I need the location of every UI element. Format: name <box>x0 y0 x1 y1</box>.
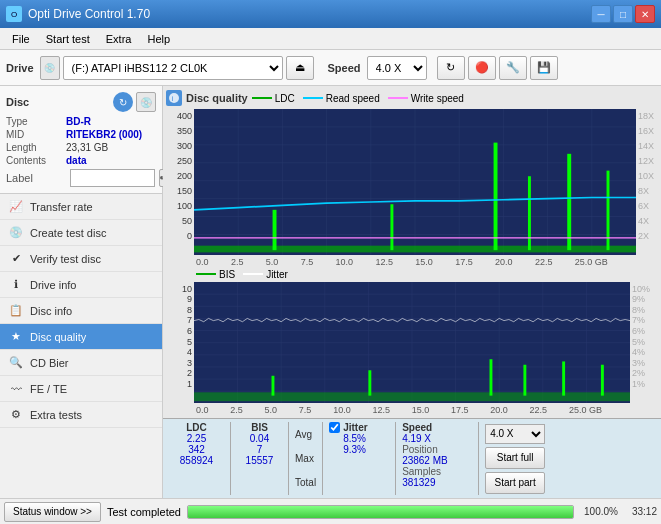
cd-bier-icon: 🔍 <box>8 355 24 371</box>
nav-transfer-rate-label: Transfer rate <box>30 201 93 213</box>
bis-legend: BIS Jitter <box>166 269 658 280</box>
bis-total: 15557 <box>246 455 274 466</box>
ldc-total: 858924 <box>180 455 213 466</box>
ldc-stats-header: LDC <box>186 422 207 433</box>
fe-te-icon: 〰 <box>8 381 24 397</box>
nav-disc-info-label: Disc info <box>30 305 72 317</box>
save-button[interactable]: 💾 <box>530 56 558 80</box>
type-value: BD-R <box>66 116 91 127</box>
legend-jitter-color <box>243 273 263 275</box>
disc-contents-row: Contents data <box>6 155 156 166</box>
nav-drive-info[interactable]: ℹ Drive info <box>0 272 162 298</box>
contents-key: Contents <box>6 155 66 166</box>
menu-start-test[interactable]: Start test <box>38 31 98 47</box>
drive-select[interactable]: (F:) ATAPI iHBS112 2 CL0K <box>63 56 283 80</box>
speed-label: Speed <box>402 422 472 433</box>
nav-drive-info-label: Drive info <box>30 279 76 291</box>
disc-info-icon: 📋 <box>8 303 24 319</box>
svg-rect-22 <box>528 176 531 250</box>
nav-cd-bier[interactable]: 🔍 CD Bier <box>0 350 162 376</box>
speed-label: Speed <box>328 62 361 74</box>
nav-fe-te-label: FE / TE <box>30 383 67 395</box>
type-key: Type <box>6 116 66 127</box>
title-bar: O Opti Drive Control 1.70 ─ □ ✕ <box>0 0 661 28</box>
stats-divider-1 <box>230 422 231 495</box>
menu-file[interactable]: File <box>4 31 38 47</box>
nav-extra-tests[interactable]: ⚙ Extra tests <box>0 402 162 428</box>
maximize-button[interactable]: □ <box>613 5 633 23</box>
app-icon: O <box>6 6 22 22</box>
nav-cd-bier-label: CD Bier <box>30 357 69 369</box>
nav-disc-info[interactable]: 📋 Disc info <box>0 298 162 324</box>
jitter-stats: Jitter 8.5% 9.3% <box>329 422 389 495</box>
jitter-checkbox[interactable] <box>329 422 340 433</box>
menu-help[interactable]: Help <box>139 31 178 47</box>
disc-mid-row: MID RITEKBR2 (000) <box>6 129 156 140</box>
legend-read-speed-label: Read speed <box>326 93 380 104</box>
disc-refresh-icon[interactable]: ↻ <box>113 92 133 112</box>
speed-control-col: 4.0 X Start full Start part <box>485 422 545 495</box>
speed-select[interactable]: 4.0 X <box>367 56 427 80</box>
status-window-button[interactable]: Status window >> <box>4 502 101 522</box>
label-key: Label <box>6 172 66 184</box>
legend-bis-color <box>196 273 216 275</box>
jitter-header-row: Jitter <box>329 422 389 433</box>
disc-quality-header: i Disc quality LDC Read speed Write spee… <box>166 89 658 107</box>
drive-label: Drive <box>6 62 34 74</box>
svg-point-0 <box>169 93 179 103</box>
legend-read-speed: Read speed <box>303 93 380 104</box>
samples-label: Samples <box>402 466 472 477</box>
stats-divider-5 <box>478 422 479 495</box>
transfer-rate-icon: 📈 <box>8 199 24 215</box>
eject-button[interactable]: ⏏ <box>286 56 314 80</box>
chart-legend: LDC Read speed Write speed <box>252 93 464 104</box>
nav-list: 📈 Transfer rate 💿 Create test disc ✔ Ver… <box>0 194 162 498</box>
close-button[interactable]: ✕ <box>635 5 655 23</box>
disc-length-row: Length 23,31 GB <box>6 142 156 153</box>
chart-title-icon: i <box>166 90 182 106</box>
status-text: Test completed <box>107 506 181 518</box>
nav-transfer-rate[interactable]: 📈 Transfer rate <box>0 194 162 220</box>
settings-button[interactable]: 🔧 <box>499 56 527 80</box>
nav-disc-quality[interactable]: ★ Disc quality <box>0 324 162 350</box>
bis-max: 7 <box>257 444 263 455</box>
create-test-disc-icon: 💿 <box>8 225 24 241</box>
ldc-avg: 2.25 <box>187 433 206 444</box>
svg-rect-19 <box>273 210 277 250</box>
bis-stats: BIS 0.04 7 15557 <box>237 422 282 495</box>
menu-extra[interactable]: Extra <box>98 31 140 47</box>
verify-test-disc-icon: ✔ <box>8 251 24 267</box>
bis-x-axis: 0.02.55.07.510.012.515.017.520.022.525.0… <box>196 405 602 415</box>
svg-rect-46 <box>490 359 493 395</box>
legend-bis: BIS <box>196 269 235 280</box>
disc-quality-icon: ★ <box>8 329 24 345</box>
label-row: Label ✏ <box>6 169 156 187</box>
refresh-button[interactable]: ↻ <box>437 56 465 80</box>
speed-avg: 4.19 X <box>402 433 472 444</box>
bis-chart-container: 10987654321 <box>166 282 658 403</box>
start-part-button[interactable]: Start part <box>485 472 545 494</box>
nav-create-test-disc[interactable]: 💿 Create test disc <box>0 220 162 246</box>
nav-verify-test-disc[interactable]: ✔ Verify test disc <box>0 246 162 272</box>
nav-fe-te[interactable]: 〰 FE / TE <box>0 376 162 402</box>
progress-percent: 100.0% <box>584 506 618 517</box>
drive-info-icon: ℹ <box>8 277 24 293</box>
speed-dropdown[interactable]: 4.0 X <box>485 424 545 444</box>
samples-value: 381329 <box>402 477 472 488</box>
svg-rect-47 <box>523 364 526 395</box>
label-input[interactable] <box>70 169 155 187</box>
jitter-label: Jitter <box>343 422 367 433</box>
progress-bar <box>187 505 574 519</box>
total-label: Total <box>295 477 316 488</box>
menu-bar: File Start test Extra Help <box>0 28 661 50</box>
svg-rect-45 <box>368 370 371 395</box>
svg-text:i: i <box>172 94 174 103</box>
minimize-button[interactable]: ─ <box>591 5 611 23</box>
start-full-button[interactable]: Start full <box>485 447 545 469</box>
sidebar: Disc ↻ 💿 Type BD-R MID RITEKBR2 (000) Le… <box>0 86 163 498</box>
ldc-stats: LDC 2.25 342 858924 <box>169 422 224 495</box>
burn-button[interactable]: 🔴 <box>468 56 496 80</box>
drive-cd-icon: 💿 <box>40 56 60 80</box>
jitter-max: 9.3% <box>329 444 389 455</box>
ldc-chart-svg <box>194 109 636 255</box>
